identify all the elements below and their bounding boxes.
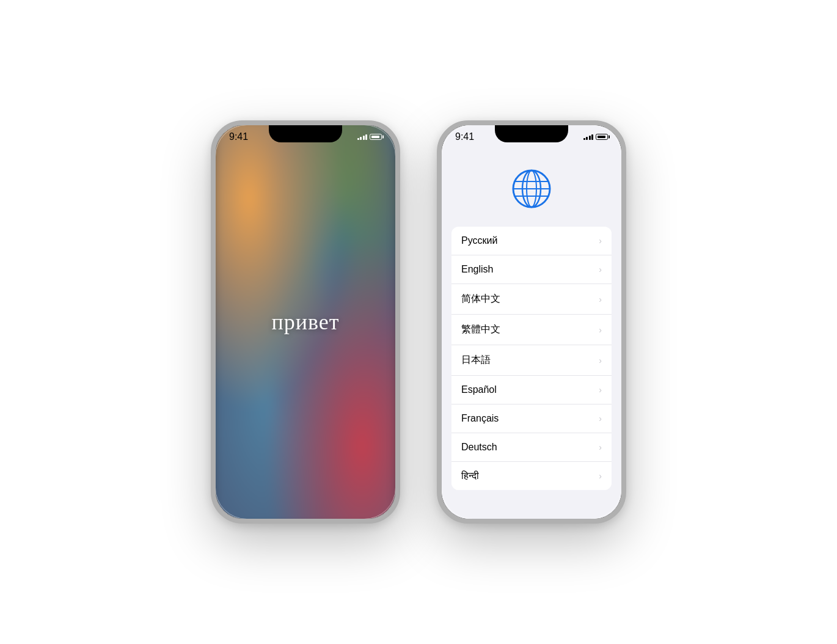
lang-item-hindi[interactable]: हिन्दी› (451, 462, 612, 490)
right-screen: 9:41 (442, 125, 621, 519)
signal-icon (583, 134, 594, 140)
lang-name-french: Français (461, 413, 499, 424)
chevron-right-icon: › (599, 471, 602, 481)
lang-item-german[interactable]: Deutsch› (451, 433, 612, 462)
language-list: Русский›English›简体中文›繁體中文›日本語›Español›Fr… (451, 227, 612, 490)
lang-item-spanish[interactable]: Español› (451, 376, 612, 404)
chevron-right-icon: › (599, 356, 602, 365)
volume-down-button[interactable] (211, 260, 212, 299)
globe-icon (511, 168, 552, 210)
chevron-right-icon: › (599, 325, 602, 335)
chevron-right-icon: › (599, 236, 602, 246)
status-time: 9:41 (229, 131, 248, 142)
lang-name-japanese: 日本語 (461, 354, 491, 367)
left-phone: 9:41 привет (211, 120, 400, 524)
chevron-right-icon: › (599, 442, 602, 452)
mute-button[interactable] (211, 186, 212, 206)
status-icons (357, 134, 382, 140)
lang-name-traditional-chinese: 繁體中文 (461, 323, 500, 336)
chevron-right-icon: › (599, 385, 602, 395)
lang-item-simplified-chinese[interactable]: 简体中文› (451, 284, 612, 315)
volume-down-button[interactable] (437, 260, 438, 299)
battery-icon (370, 134, 382, 140)
lang-item-russian[interactable]: Русский› (451, 227, 612, 255)
lang-item-traditional-chinese[interactable]: 繁體中文› (451, 315, 612, 345)
lang-name-russian: Русский (461, 235, 497, 246)
lang-name-simplified-chinese: 简体中文 (461, 293, 500, 306)
battery-icon (596, 134, 608, 140)
volume-up-button[interactable] (211, 216, 212, 255)
language-selection-screen: 9:41 (442, 125, 621, 519)
chevron-right-icon: › (599, 414, 602, 423)
right-status-bar: 9:41 (442, 130, 621, 144)
lang-name-english: English (461, 264, 493, 275)
lang-item-french[interactable]: Français› (451, 404, 612, 433)
lang-name-spanish: Español (461, 384, 497, 395)
mute-button[interactable] (437, 186, 438, 206)
volume-up-button[interactable] (437, 216, 438, 255)
lang-item-japanese[interactable]: 日本語› (451, 345, 612, 376)
lang-item-english[interactable]: English› (451, 255, 612, 284)
right-phone: 9:41 (437, 120, 626, 524)
chevron-right-icon: › (599, 295, 602, 304)
status-time: 9:41 (455, 131, 474, 142)
greeting-text: привет (271, 309, 339, 335)
lang-name-german: Deutsch (461, 442, 497, 453)
status-icons (583, 134, 609, 140)
power-button[interactable] (625, 216, 626, 271)
left-screen: 9:41 привет (216, 125, 395, 519)
lang-name-hindi: हिन्दी (461, 470, 479, 481)
power-button[interactable] (399, 216, 400, 271)
chevron-right-icon: › (599, 265, 602, 274)
signal-icon (357, 134, 368, 140)
notch (269, 125, 342, 142)
